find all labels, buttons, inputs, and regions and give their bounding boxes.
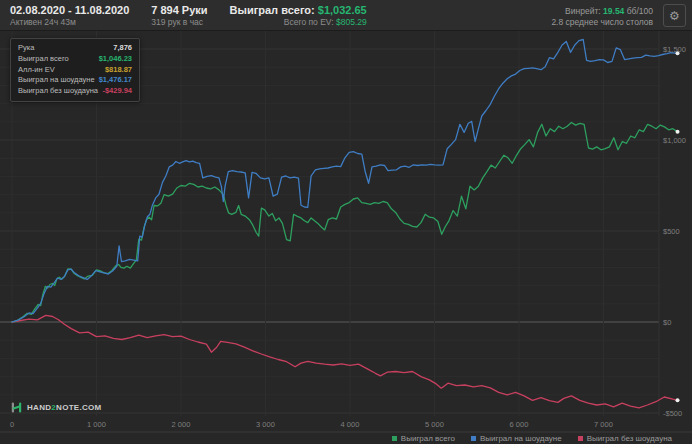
won-total-label: Выиграл всего: [230, 4, 315, 16]
hover-row-value: -$429.94 [102, 86, 132, 97]
legend-label: Выиграл всего [401, 434, 455, 443]
hover-stats-panel: Рука7,876Выиграл всего$1,046.23Алл-ин EV… [10, 38, 140, 102]
hover-panel-row: Выиграл на шоудауне$1,476.17 [18, 75, 132, 86]
legend-item[interactable]: Выиграл на шоудауне [471, 434, 562, 443]
stats-header-bar: 02.08.2020 - 11.08.2020 Активен 24ч 43м … [0, 0, 692, 31]
avg-tables: 2.8 среднее число столов [551, 17, 653, 28]
winnings-block: Выиграл всего: $1,032.65 Всего по EV: $8… [230, 4, 367, 27]
x-axis-tick-label: 6 000 [510, 420, 529, 429]
hover-point-marker [676, 398, 680, 402]
legend-label: Выиграл без шоудауна [587, 434, 672, 443]
hover-point-marker [676, 130, 680, 134]
y-axis-tick-label: $1,500 [663, 45, 686, 54]
date-range-block: 02.08.2020 - 11.08.2020 Активен 24ч 43м [10, 4, 129, 27]
won-total-value: $1,032.65 [318, 4, 367, 16]
hover-row-label: Рука [18, 43, 34, 54]
hover-row-label: Выиграл всего [18, 54, 69, 65]
hands-count: 7 894 Руки [151, 4, 207, 17]
date-range: 02.08.2020 - 11.08.2020 [10, 4, 129, 17]
y-axis-tick-label: -$500 [663, 409, 682, 418]
x-axis-tick-label: 0 [10, 420, 14, 429]
ev-total-value: $805.29 [336, 17, 367, 27]
hover-row-value: 7,876 [113, 43, 132, 54]
winrate-block: Винрейт: 19.54 бб/100 2.8 среднее число … [551, 4, 653, 28]
legend-label: Выиграл на шоудауне [480, 434, 562, 443]
hand2note-graph-window: 02.08.2020 - 11.08.2020 Активен 24ч 43м … [0, 0, 692, 444]
legend-item[interactable]: Выиграл без шоудауна [578, 434, 672, 443]
x-axis-tick-label: 3 000 [256, 420, 275, 429]
legend-swatch [578, 436, 583, 441]
x-axis-tick-label: 7 000 [594, 420, 613, 429]
x-axis-tick-label: 4 000 [341, 420, 360, 429]
winrate-value: 19.54 [603, 6, 624, 16]
hover-panel-row: Выиграл всего$1,046.23 [18, 54, 132, 65]
gear-icon: ⚙ [669, 10, 680, 22]
hover-row-value: $818.87 [105, 65, 132, 76]
legend-swatch [471, 436, 476, 441]
hands-block: 7 894 Руки 319 рук в час [151, 4, 207, 27]
hover-row-value: $1,476.17 [99, 75, 132, 86]
settings-button[interactable]: ⚙ [663, 4, 686, 27]
ev-total-label: Всего по EV: [284, 17, 334, 27]
y-axis-tick-label: $0 [663, 318, 671, 327]
x-axis-tick-label: 2 000 [172, 420, 191, 429]
legend-swatch [392, 436, 397, 441]
winrate-label: Винрейт: [565, 6, 601, 16]
brand-watermark: HAND2NOTE.COM [10, 401, 102, 414]
hover-row-label: Выиграл без шоудауна [18, 86, 98, 97]
hover-panel-row: Алл-ин EV$818.87 [18, 65, 132, 76]
hover-panel-row: Рука7,876 [18, 43, 132, 54]
x-axis-tick-label: 5 000 [425, 420, 444, 429]
hand2note-logo-icon [10, 401, 23, 414]
active-time: Активен 24ч 43м [10, 17, 129, 27]
hands-per-hour: 319 рук в час [151, 17, 207, 27]
x-axis-tick-label: 1 000 [87, 420, 106, 429]
hover-row-label: Выиграл на шоудауне [18, 75, 95, 86]
watermark-text-post: NOTE.COM [56, 403, 102, 412]
hover-row-value: $1,046.23 [99, 54, 132, 65]
hover-panel-row: Выиграл без шоудауна-$429.94 [18, 86, 132, 97]
winrate-unit: бб/100 [627, 6, 653, 16]
y-axis-tick-label: $1,000 [663, 136, 686, 145]
watermark-text-pre: HAND [27, 403, 51, 412]
y-axis-tick-label: $500 [663, 227, 680, 236]
legend-item[interactable]: Выиграл всего [392, 434, 455, 443]
series-line-0 [12, 315, 678, 408]
hover-row-label: Алл-ин EV [18, 65, 55, 76]
series-line-1 [12, 123, 678, 323]
chart-legend: Выиграл всегоВыиграл на шоудаунеВыиграл … [0, 433, 692, 444]
